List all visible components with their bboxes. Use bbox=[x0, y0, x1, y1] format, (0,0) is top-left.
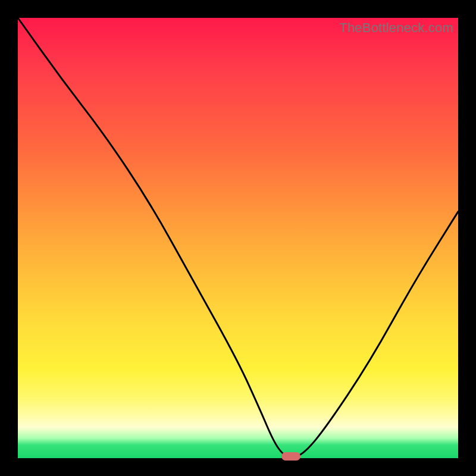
chart-frame: TheBottleneck.com bbox=[0, 0, 476, 476]
chart-plot-area: TheBottleneck.com bbox=[18, 18, 458, 458]
bottleneck-curve bbox=[18, 18, 458, 458]
optimum-marker bbox=[281, 452, 300, 461]
